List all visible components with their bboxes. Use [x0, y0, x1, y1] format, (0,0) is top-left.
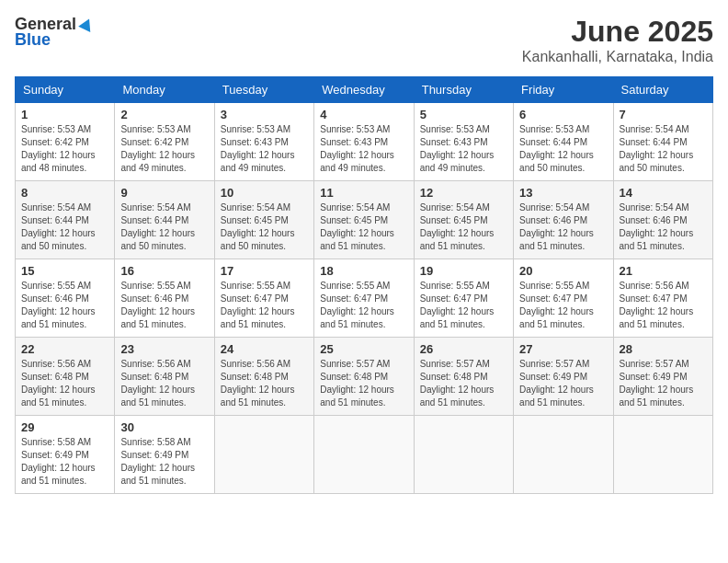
day-info: Sunrise: 5:54 AM Sunset: 6:45 PM Dayligh…	[420, 201, 507, 253]
day-number: 8	[21, 186, 108, 200]
calendar-day-cell: 24Sunrise: 5:56 AM Sunset: 6:48 PM Dayli…	[214, 338, 313, 416]
calendar-day-cell: 29Sunrise: 5:58 AM Sunset: 6:49 PM Dayli…	[16, 416, 115, 494]
calendar-day-cell: 27Sunrise: 5:57 AM Sunset: 6:49 PM Dayli…	[514, 338, 613, 416]
page-header: General Blue June 2025 Kankanhalli, Karn…	[15, 15, 713, 65]
day-info: Sunrise: 5:53 AM Sunset: 6:44 PM Dayligh…	[519, 123, 607, 175]
calendar-day-cell: 4Sunrise: 5:53 AM Sunset: 6:43 PM Daylig…	[314, 103, 414, 181]
day-info: Sunrise: 5:54 AM Sunset: 6:44 PM Dayligh…	[120, 201, 208, 253]
location-title: Kankanhalli, Karnataka, India	[522, 49, 713, 65]
day-number: 14	[620, 186, 707, 200]
calendar-week-row: 29Sunrise: 5:58 AM Sunset: 6:49 PM Dayli…	[16, 416, 713, 494]
calendar-day-cell: 11Sunrise: 5:54 AM Sunset: 6:45 PM Dayli…	[314, 181, 414, 259]
day-number: 1	[21, 108, 108, 121]
day-info: Sunrise: 5:56 AM Sunset: 6:48 PM Dayligh…	[21, 358, 108, 409]
day-info: Sunrise: 5:53 AM Sunset: 6:42 PM Dayligh…	[120, 123, 208, 175]
calendar-day-cell: 25Sunrise: 5:57 AM Sunset: 6:48 PM Dayli…	[314, 338, 414, 416]
day-number: 16	[120, 264, 208, 278]
day-number: 10	[221, 186, 308, 200]
calendar-day-cell: 12Sunrise: 5:54 AM Sunset: 6:45 PM Dayli…	[414, 181, 513, 259]
calendar-day-cell: 18Sunrise: 5:55 AM Sunset: 6:47 PM Dayli…	[314, 259, 414, 338]
logo: General Blue	[15, 15, 95, 50]
weekday-header-tuesday: Tuesday	[214, 77, 313, 103]
day-number: 19	[420, 264, 507, 278]
weekday-header-saturday: Saturday	[613, 77, 712, 103]
day-number: 24	[221, 342, 308, 356]
calendar-day-cell: 14Sunrise: 5:54 AM Sunset: 6:46 PM Dayli…	[613, 181, 712, 259]
day-number: 27	[519, 342, 607, 356]
calendar-week-row: 8Sunrise: 5:54 AM Sunset: 6:44 PM Daylig…	[16, 181, 713, 259]
calendar-day-cell: 22Sunrise: 5:56 AM Sunset: 6:48 PM Dayli…	[16, 338, 115, 416]
calendar-week-row: 1Sunrise: 5:53 AM Sunset: 6:42 PM Daylig…	[16, 103, 713, 181]
calendar-day-cell: 19Sunrise: 5:55 AM Sunset: 6:47 PM Dayli…	[414, 259, 513, 338]
day-info: Sunrise: 5:55 AM Sunset: 6:46 PM Dayligh…	[21, 280, 108, 331]
day-number: 17	[221, 264, 308, 278]
day-number: 7	[620, 108, 707, 121]
calendar-day-cell	[214, 416, 313, 494]
day-number: 4	[320, 108, 407, 121]
day-info: Sunrise: 5:57 AM Sunset: 6:48 PM Dayligh…	[420, 358, 507, 409]
weekday-header-thursday: Thursday	[414, 77, 513, 103]
day-info: Sunrise: 5:56 AM Sunset: 6:48 PM Dayligh…	[221, 358, 308, 409]
day-info: Sunrise: 5:53 AM Sunset: 6:43 PM Dayligh…	[420, 123, 507, 175]
day-info: Sunrise: 5:54 AM Sunset: 6:45 PM Dayligh…	[221, 201, 308, 253]
day-info: Sunrise: 5:58 AM Sunset: 6:49 PM Dayligh…	[21, 436, 108, 488]
calendar-day-cell: 15Sunrise: 5:55 AM Sunset: 6:46 PM Dayli…	[16, 259, 115, 338]
calendar-day-cell: 30Sunrise: 5:58 AM Sunset: 6:49 PM Dayli…	[115, 416, 214, 494]
calendar-day-cell	[514, 416, 613, 494]
weekday-header-friday: Friday	[514, 77, 613, 103]
day-info: Sunrise: 5:57 AM Sunset: 6:48 PM Dayligh…	[320, 358, 407, 409]
day-number: 15	[21, 264, 108, 278]
calendar-week-row: 15Sunrise: 5:55 AM Sunset: 6:46 PM Dayli…	[16, 259, 713, 338]
day-info: Sunrise: 5:54 AM Sunset: 6:46 PM Dayligh…	[620, 201, 707, 253]
calendar-day-cell: 9Sunrise: 5:54 AM Sunset: 6:44 PM Daylig…	[115, 181, 214, 259]
day-info: Sunrise: 5:53 AM Sunset: 6:42 PM Dayligh…	[21, 123, 108, 175]
day-info: Sunrise: 5:55 AM Sunset: 6:46 PM Dayligh…	[120, 280, 208, 331]
day-number: 2	[120, 108, 208, 121]
day-info: Sunrise: 5:56 AM Sunset: 6:48 PM Dayligh…	[120, 358, 208, 409]
day-info: Sunrise: 5:58 AM Sunset: 6:49 PM Dayligh…	[120, 436, 208, 488]
day-info: Sunrise: 5:54 AM Sunset: 6:46 PM Dayligh…	[519, 201, 607, 253]
day-number: 20	[519, 264, 607, 278]
day-info: Sunrise: 5:54 AM Sunset: 6:45 PM Dayligh…	[320, 201, 407, 253]
day-number: 28	[620, 342, 707, 356]
calendar-day-cell: 16Sunrise: 5:55 AM Sunset: 6:46 PM Dayli…	[115, 259, 214, 338]
calendar-day-cell: 5Sunrise: 5:53 AM Sunset: 6:43 PM Daylig…	[414, 103, 513, 181]
day-number: 11	[320, 186, 407, 200]
day-number: 13	[519, 186, 607, 200]
day-number: 29	[21, 420, 108, 434]
day-info: Sunrise: 5:55 AM Sunset: 6:47 PM Dayligh…	[519, 280, 607, 331]
day-number: 26	[420, 342, 507, 356]
calendar-day-cell: 26Sunrise: 5:57 AM Sunset: 6:48 PM Dayli…	[414, 338, 513, 416]
title-area: June 2025 Kankanhalli, Karnataka, India	[522, 15, 713, 65]
calendar-day-cell: 17Sunrise: 5:55 AM Sunset: 6:47 PM Dayli…	[214, 259, 313, 338]
day-number: 25	[320, 342, 407, 356]
day-info: Sunrise: 5:53 AM Sunset: 6:43 PM Dayligh…	[320, 123, 407, 175]
calendar-day-cell: 3Sunrise: 5:53 AM Sunset: 6:43 PM Daylig…	[214, 103, 313, 181]
calendar-table: SundayMondayTuesdayWednesdayThursdayFrid…	[15, 76, 713, 494]
day-info: Sunrise: 5:57 AM Sunset: 6:49 PM Dayligh…	[620, 358, 707, 409]
day-info: Sunrise: 5:54 AM Sunset: 6:44 PM Dayligh…	[21, 201, 108, 253]
day-number: 3	[221, 108, 308, 121]
weekday-header-wednesday: Wednesday	[314, 77, 414, 103]
day-info: Sunrise: 5:55 AM Sunset: 6:47 PM Dayligh…	[420, 280, 507, 331]
calendar-day-cell: 13Sunrise: 5:54 AM Sunset: 6:46 PM Dayli…	[514, 181, 613, 259]
calendar-header-row: SundayMondayTuesdayWednesdayThursdayFrid…	[16, 77, 713, 103]
day-info: Sunrise: 5:53 AM Sunset: 6:43 PM Dayligh…	[221, 123, 308, 175]
day-number: 22	[21, 342, 108, 356]
svg-marker-0	[78, 17, 95, 32]
calendar-day-cell: 28Sunrise: 5:57 AM Sunset: 6:49 PM Dayli…	[613, 338, 712, 416]
calendar-day-cell	[314, 416, 414, 494]
month-title: June 2025	[522, 15, 713, 49]
day-number: 21	[620, 264, 707, 278]
calendar-day-cell: 20Sunrise: 5:55 AM Sunset: 6:47 PM Dayli…	[514, 259, 613, 338]
calendar-day-cell: 6Sunrise: 5:53 AM Sunset: 6:44 PM Daylig…	[514, 103, 613, 181]
calendar-week-row: 22Sunrise: 5:56 AM Sunset: 6:48 PM Dayli…	[16, 338, 713, 416]
day-info: Sunrise: 5:55 AM Sunset: 6:47 PM Dayligh…	[320, 280, 407, 331]
weekday-header-sunday: Sunday	[16, 77, 115, 103]
calendar-day-cell: 10Sunrise: 5:54 AM Sunset: 6:45 PM Dayli…	[214, 181, 313, 259]
day-number: 9	[120, 186, 208, 200]
day-info: Sunrise: 5:56 AM Sunset: 6:47 PM Dayligh…	[620, 280, 707, 331]
calendar-day-cell: 7Sunrise: 5:54 AM Sunset: 6:44 PM Daylig…	[613, 103, 712, 181]
day-info: Sunrise: 5:54 AM Sunset: 6:44 PM Dayligh…	[620, 123, 707, 175]
calendar-day-cell: 23Sunrise: 5:56 AM Sunset: 6:48 PM Dayli…	[115, 338, 214, 416]
